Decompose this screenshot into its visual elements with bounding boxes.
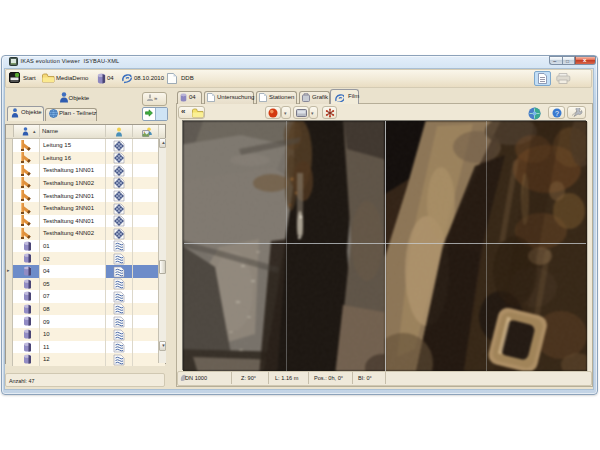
- svg-text:?: ?: [555, 109, 559, 116]
